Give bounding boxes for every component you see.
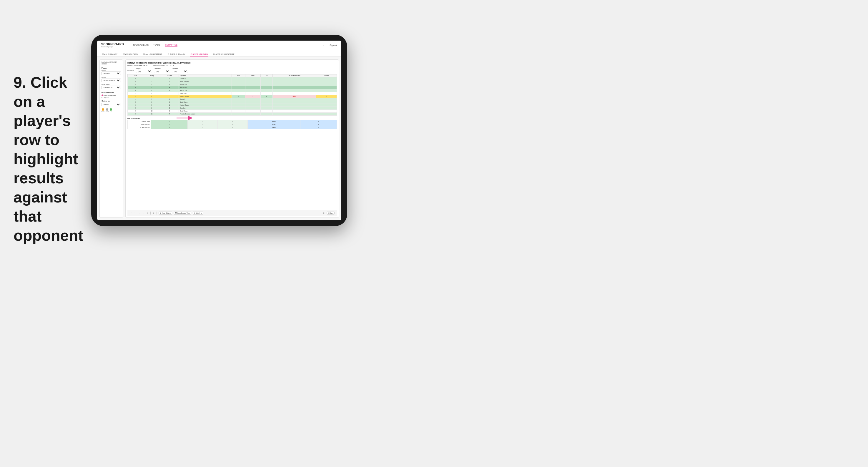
- opponents-label: Opponents:: [127, 70, 134, 71]
- main-content: Last Updated: 27/03/2024 16:55:38 Player…: [97, 57, 341, 220]
- th-div: # Div: [128, 74, 143, 77]
- division-dropdown[interactable]: NCAA Division III: [101, 79, 121, 82]
- annotation-text: 9. Click on a player's row to highlight …: [13, 73, 86, 245]
- colour-up: [110, 108, 112, 111]
- radio-top100[interactable]: Top 100: [101, 97, 121, 99]
- sidebar: Last Updated: 27/03/2024 16:55:38 Player…: [99, 59, 123, 218]
- save-icon: 💾: [175, 212, 177, 214]
- table-row[interactable]: 1063Andrea York: [128, 89, 337, 92]
- out-of-division-row[interactable]: Foreign Team1004.5002: [128, 120, 337, 123]
- tab-player-summary[interactable]: PLAYER SUMMARY: [167, 52, 186, 57]
- out-of-division-row[interactable]: NCAA Division 25007.40010: [128, 126, 337, 129]
- table-row[interactable]: 914Sharon Mun: [128, 86, 337, 89]
- nav-teams[interactable]: TEAMS: [153, 43, 160, 47]
- logo-area: SCOREBOARD Powered by clippd: [101, 43, 124, 48]
- scissors-btn[interactable]: ✂: [143, 212, 145, 214]
- sign-out-link[interactable]: Sign out: [330, 44, 337, 46]
- th-tie: Tie: [261, 74, 273, 77]
- sidebar-player-title: Player: [101, 67, 121, 69]
- tab-player-h2h-grid[interactable]: PLAYER H2H GRID: [190, 52, 209, 57]
- copy-btn[interactable]: ⎙: [147, 212, 149, 214]
- radio-dot-checked: [101, 94, 103, 96]
- table-row[interactable]: 131Jessica Huang010-3.002: [128, 95, 337, 98]
- player-rank-label: Player (Rank): [101, 84, 121, 85]
- th-rounds: Rounds: [316, 74, 337, 77]
- view-original-btn[interactable]: 👁 View: Original: [159, 212, 172, 215]
- gender-dropdown[interactable]: Women's: [101, 71, 121, 75]
- nav-links: TOURNAMENTS TEAMS COMMITTEE: [133, 43, 317, 47]
- table-row[interactable]: 1585Stella Cheng: [128, 101, 337, 104]
- tab-team-h2h-grid[interactable]: TEAM H2H GRID: [122, 52, 138, 57]
- th-diff: Diff Av Strokes/Rnd: [273, 74, 316, 77]
- nav-committee[interactable]: COMMITTEE: [165, 43, 178, 47]
- save-custom-btn[interactable]: 💾 Save Custom View: [174, 212, 191, 215]
- radio-opponents-played[interactable]: Opponents Played: [101, 94, 121, 96]
- out-of-division-title: Out of division: [127, 117, 337, 119]
- opponent-select[interactable]: (All): [172, 70, 188, 73]
- gender-label: Gender: [101, 70, 121, 71]
- panel-title: Katelyn Vo Head-to-Head Grid for Women's…: [127, 62, 337, 64]
- table-row[interactable]: 1474Eunice Yi: [128, 98, 337, 101]
- refresh-btn[interactable]: ↻: [152, 212, 155, 214]
- table-row[interactable]: 31Esther Lee: [128, 77, 337, 80]
- opponent-filter: Opponent (All): [172, 68, 188, 73]
- nav-tournaments[interactable]: TOURNAMENTS: [133, 43, 149, 47]
- conference-select[interactable]: (All): [154, 70, 170, 73]
- opponent-view-radios: Opponents Played Top 100: [101, 94, 121, 99]
- undo-btn[interactable]: ↶: [130, 212, 132, 214]
- nav-bar: SCOREBOARD Powered by clippd TOURNAMENTS…: [97, 41, 341, 50]
- table-row[interactable]: 19106Emily Chang: [128, 110, 337, 113]
- toolbar: ↶ ↷ → ✂ ⎙ ↻ 👁 View: Original 💾 Save Cust…: [127, 210, 337, 216]
- tablet-screen: SCOREBOARD Powered by clippd TOURNAMENTS…: [97, 41, 341, 220]
- th-win: Win: [231, 74, 245, 77]
- colour-by-title: Colour by: [101, 100, 121, 102]
- filter-row: Opponents: Region (All) Conference (All): [127, 68, 337, 73]
- table-row[interactable]: 1822Euna Lee: [128, 107, 337, 110]
- tab-player-h2h-heatmap[interactable]: PLAYER H2H HEATMAP: [212, 52, 235, 57]
- th-loss: Loss: [245, 74, 261, 77]
- region-select[interactable]: (All): [136, 70, 152, 73]
- out-of-division-row[interactable]: NAIA Division 115009.26730: [128, 123, 337, 126]
- tab-team-h2h-heatmap[interactable]: TEAM H2H HEATMAP: [143, 52, 163, 57]
- radio-dot-unchecked: [101, 97, 103, 98]
- back-btn[interactable]: →: [138, 212, 141, 214]
- table-row[interactable]: 1691Jessica Mason: [128, 104, 337, 107]
- grid-table-container: # Div # Reg # Conf Opponent Win Loss Tie…: [127, 74, 337, 210]
- table-row[interactable]: 522Alexis Sudjianto: [128, 80, 337, 83]
- redo-btn[interactable]: ↷: [134, 212, 136, 214]
- th-opponent: Opponent: [179, 74, 232, 77]
- annotation-arrow: [177, 115, 194, 121]
- player-rank-dropdown[interactable]: 8. Katelyn Vo: [101, 86, 121, 89]
- share-btn[interactable]: ⇧ Share: [327, 212, 335, 215]
- tablet-frame: SCOREBOARD Powered by clippd TOURNAMENTS…: [91, 35, 347, 226]
- colour-level: [106, 108, 108, 111]
- conference-filter: Conference (All): [154, 68, 170, 73]
- record-row: Overall Record: 353 - 34 - 6 Division Re…: [127, 65, 337, 66]
- grid-table: # Div # Reg # Conf Opponent Win Loss Tie…: [127, 74, 337, 116]
- region-filter: Region (All): [136, 68, 152, 73]
- opponent-view-title: Opponent view: [101, 92, 121, 93]
- watch-btn[interactable]: 👁 Watch ▼: [193, 212, 203, 215]
- colour-by-dropdown[interactable]: Win/loss: [101, 103, 121, 106]
- share-icon: ⇧: [328, 212, 329, 214]
- table-row[interactable]: 613Sydney Kuo: [128, 83, 337, 86]
- division-record: Division Record: 331 - 34 - 6: [153, 65, 174, 66]
- th-conf: # Conf: [160, 74, 179, 77]
- overall-record: Overall Record: 353 - 34 - 6: [127, 65, 147, 66]
- colour-down: [102, 108, 104, 111]
- toolbar-divider-1: [150, 212, 151, 215]
- sidebar-timestamp: Last Updated: 27/03/2024 16:55:38: [101, 62, 121, 65]
- division-label: Division: [101, 77, 121, 78]
- grid-view-btn[interactable]: ☷: [322, 212, 325, 214]
- logo-sub: Powered by clippd: [101, 46, 124, 48]
- table-row[interactable]: 131Heejo Hyun: [128, 92, 337, 95]
- table-row[interactable]: 20117Federica Domecq Lacroze: [128, 113, 337, 116]
- sub-nav: TEAM SUMMARY TEAM H2H GRID TEAM H2H HEAT…: [97, 50, 341, 57]
- watch-icon: 👁: [194, 212, 195, 214]
- tab-team-summary[interactable]: TEAM SUMMARY: [101, 52, 118, 57]
- right-panel: Katelyn Vo Head-to-Head Grid for Women's…: [125, 59, 339, 218]
- th-reg: # Reg: [143, 74, 160, 77]
- view-icon: 👁: [160, 212, 161, 214]
- colour-indicators: Down Level Up: [101, 108, 121, 113]
- logo-text: SCOREBOARD: [101, 43, 124, 46]
